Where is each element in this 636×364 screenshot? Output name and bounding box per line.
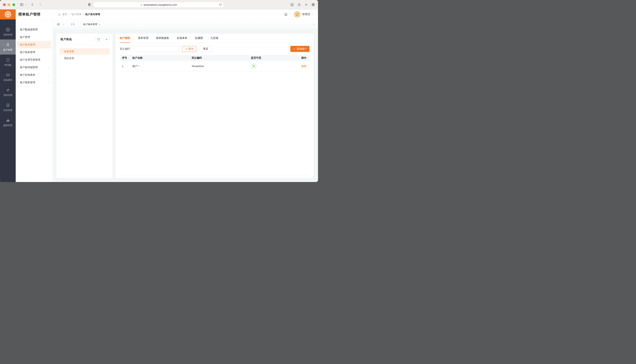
user-name[interactable]: 管理员 [302,13,310,16]
tab-nine-grid[interactable]: 九宫格 [210,36,218,43]
primary-sidebar: 系统管理 租户管理 移动端 在线表单 流程管理 任务管理 [0,20,16,182]
plus-icon [105,38,108,41]
sidebar-item-label: 报表管理 [4,124,13,127]
sidebar-item-label: 流程管理 [4,94,13,97]
url-bar[interactable]: tenantadmin.orangeforms.com [94,2,224,8]
menu-item-tenant-role-mgmt[interactable]: 租户角色管理 [17,41,51,48]
forward-button[interactable] [39,3,42,6]
notification-bell-icon[interactable] [284,12,288,16]
orange-wheel-icon [4,10,12,18]
add-role-button[interactable] [103,36,110,42]
query-label: 查询 [188,47,193,50]
sidebar-item-label: 租户管理 [4,48,13,52]
sidebar-item-tenant-mgmt[interactable]: 租户管理 [0,40,16,54]
user-menu-chevron-icon[interactable] [311,14,313,16]
sidebar-item-online-form[interactable]: 在线表单 [0,70,16,85]
col-header-enabled: 是否可用 [249,55,294,61]
tenant-auth-panel: 租户授权 菜单管理 报表数据集 在线表单 轮播图 九宫格 英文编码 查询 [116,34,314,178]
close-window-button[interactable] [3,4,6,6]
tab-label: 主页 [70,23,75,26]
menu-fold-icon[interactable] [57,23,60,26]
reset-button[interactable]: 重置 [199,46,213,52]
new-tab-icon[interactable] [304,3,308,6]
cell-tenant-name: 租户一 [130,61,189,72]
menu-item-tenant-menu-mgmt[interactable]: 租户菜单管理 [16,48,53,56]
cell-action: 移除 [294,61,310,72]
english-code-input[interactable] [132,46,180,52]
page-tab-bar: 主页 租户角色管理 × [53,20,318,29]
menu-item-label: 租户移动端管理 [20,66,38,69]
main-content: 主页 租户角色管理 × 租户角色 [53,20,318,182]
sidebar-item-report-mgmt[interactable]: 报表管理 [0,115,16,130]
divider [120,175,310,176]
gear-icon [6,28,10,32]
cell-enabled: 是 [249,61,294,72]
role-item-business-settings[interactable]: 业务设置 [59,48,110,55]
menu-item-tenant-report-mgmt[interactable]: 租户报表管理 [16,79,53,86]
tab-tenant-role-mgmt[interactable]: 租户角色管理 × [80,22,103,27]
tab-scroll-right-icon[interactable] [313,23,315,26]
header-right: 管理员 [284,11,318,18]
menu-item-tenant-online-form[interactable]: 租户在线表单 [16,71,53,79]
privacy-shield-icon[interactable] [88,3,92,7]
menu-item-label: 租户数据源管理 [20,28,38,31]
sidebar-toggle-icon[interactable] [20,3,24,6]
sidebar-item-label: 在线表单 [4,78,13,82]
role-item-label: 业务设置 [64,50,74,53]
add-tenant-button[interactable]: 添加租户 [290,46,310,52]
query-button[interactable]: 查询 [182,46,196,52]
english-code-label: 英文编码 [120,47,130,50]
menu-item-tenant-dict-mgmt[interactable]: 租户全局字典管理 [16,56,53,64]
tab-report-dataset[interactable]: 报表数据集 [156,36,169,43]
sidebar-menu-chevron-icon[interactable] [25,4,27,6]
menu-item-label: 租户菜单管理 [20,50,35,54]
avatar[interactable] [294,11,300,18]
form-icon [6,73,10,77]
minimize-window-button[interactable] [8,4,11,6]
col-header-name: 租户名称 [130,55,189,61]
app-logo [0,10,16,20]
tab-carousel[interactable]: 轮播图 [195,36,203,43]
tab-overview-icon[interactable] [311,3,315,6]
lock-icon [140,4,143,6]
chevron-right-icon [48,74,50,76]
sidebar-item-system-mgmt[interactable]: 系统管理 [0,24,16,40]
menu-item-tenant-mgmt[interactable]: 租户管理 [16,34,53,41]
sidebar-item-process-mgmt[interactable]: 流程管理 [0,85,16,100]
menu-item-tenant-datasource[interactable]: 租户数据源管理 [16,26,53,34]
role-item-system-settings[interactable]: 系统设置 [59,55,110,62]
share-icon[interactable] [297,3,301,6]
back-button[interactable] [31,3,34,6]
tab-label: 租户角色管理 [83,23,97,26]
menu-item-label: 租户全局字典管理 [20,58,40,62]
tab-scroll-left-icon[interactable] [63,23,65,26]
sidebar-item-label: 系统管理 [4,33,13,36]
sidebar-item-mobile[interactable]: 移动端 [0,54,16,70]
breadcrumb-tenant-mgmt[interactable]: 租户管理 [72,13,81,16]
menu-item-tenant-mobile-mgmt[interactable]: 租户移动端管理 [16,64,53,71]
refresh-button[interactable] [95,36,102,42]
panel-title: 租户角色 [61,38,72,41]
downloads-icon[interactable] [290,3,294,6]
role-list: 业务设置 系统设置 [56,45,113,65]
tab-online-form[interactable]: 在线表单 [177,36,187,43]
col-header-no: 序号 [120,55,130,61]
tab-menu-mgmt[interactable]: 菜单管理 [138,36,148,43]
tab-home[interactable]: 主页 [68,22,78,27]
remove-link[interactable]: 移除 [301,65,306,68]
page-title: 橙单租户管理 [18,12,41,17]
reload-icon[interactable] [219,4,222,7]
tab-tenant-auth[interactable]: 租户授权 [120,36,130,43]
chevron-right-icon [48,82,50,84]
menu-item-label: 租户报表管理 [20,81,35,84]
breadcrumb: 首页 / 租户管理 / 租户角色管理 [58,13,100,16]
traffic-lights [3,4,15,6]
role-item-label: 系统设置 [64,57,74,60]
close-icon[interactable]: × [99,23,101,26]
search-toolbar: 英文编码 查询 重置 添加租户 [116,43,314,52]
menu-item-label: 租户角色管理 [20,43,35,46]
zoom-window-button[interactable] [13,4,15,6]
sidebar-item-task-mgmt[interactable]: 任务管理 [0,100,16,115]
cell-english-code: TenantOne [189,61,249,72]
breadcrumb-home[interactable]: 首页 [62,13,67,16]
